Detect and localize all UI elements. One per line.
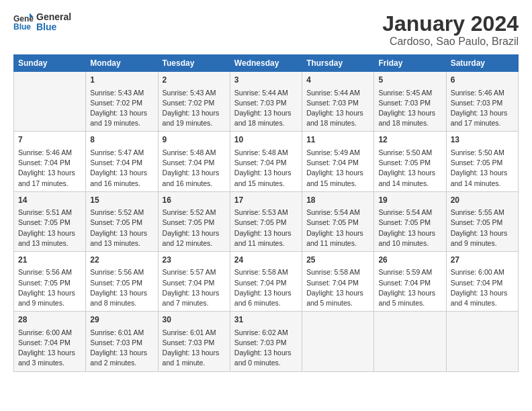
svg-text:Blue: Blue: [13, 22, 31, 32]
daylight-text-2: and 11 minutes.: [306, 238, 369, 248]
sunset-text: Sunset: 7:04 PM: [234, 278, 298, 288]
daylight-text-2: and 8 minutes.: [90, 298, 153, 308]
daylight-text-2: and 9 minutes.: [451, 238, 514, 248]
sunset-text: Sunset: 7:05 PM: [90, 278, 153, 288]
daylight-text-2: and 5 minutes.: [306, 298, 369, 308]
sunset-text: Sunset: 7:04 PM: [451, 278, 514, 288]
day-number: 12: [378, 134, 441, 146]
calendar-cell: 18Sunrise: 5:54 AMSunset: 7:05 PMDayligh…: [302, 191, 374, 251]
sunrise-text: Sunrise: 5:46 AM: [451, 88, 514, 98]
sunset-text: Sunset: 7:03 PM: [163, 338, 226, 348]
day-number: 15: [90, 195, 153, 206]
calendar-cell: [446, 312, 518, 371]
sunrise-text: Sunrise: 6:01 AM: [90, 328, 153, 338]
sunset-text: Sunset: 7:04 PM: [90, 158, 153, 168]
sunset-text: Sunset: 7:03 PM: [234, 98, 298, 108]
sunrise-text: Sunrise: 5:50 AM: [378, 148, 441, 158]
logo-line2: Blue: [36, 22, 71, 32]
sunset-text: Sunset: 7:04 PM: [306, 158, 369, 168]
day-number: 24: [234, 255, 298, 266]
daylight-text-1: Daylight: 13 hours: [18, 348, 81, 358]
logo-icon: General Blue: [13, 12, 34, 32]
calendar-cell: [374, 312, 446, 371]
sunset-text: Sunset: 7:05 PM: [451, 158, 514, 168]
day-number: 14: [18, 195, 81, 206]
logo: General Blue General Blue: [13, 12, 71, 33]
calendar-cell: 11Sunrise: 5:49 AMSunset: 7:04 PMDayligh…: [302, 132, 374, 191]
sunrise-text: Sunrise: 5:58 AM: [306, 267, 369, 277]
sunset-text: Sunset: 7:03 PM: [90, 338, 153, 348]
sunrise-text: Sunrise: 5:43 AM: [163, 88, 226, 98]
daylight-text-2: and 16 minutes.: [90, 179, 153, 189]
calendar-cell: 28Sunrise: 6:00 AMSunset: 7:04 PMDayligh…: [14, 312, 86, 371]
day-number: 5: [378, 75, 441, 86]
daylight-text-1: Daylight: 13 hours: [451, 288, 514, 298]
daylight-text-1: Daylight: 13 hours: [90, 348, 153, 358]
page: General Blue General Blue January 2024 C…: [0, 0, 532, 411]
calendar-cell: [302, 312, 374, 371]
sunset-text: Sunset: 7:03 PM: [234, 338, 298, 348]
daylight-text-2: and 10 minutes.: [378, 238, 441, 248]
title-block: January 2024 Cardoso, Sao Paulo, Brazil: [382, 12, 519, 48]
day-number: 11: [306, 134, 369, 146]
sunrise-text: Sunrise: 5:46 AM: [18, 148, 81, 158]
sunset-text: Sunset: 7:04 PM: [18, 158, 81, 168]
daylight-text-2: and 1 minute.: [163, 358, 226, 368]
sunrise-text: Sunrise: 5:43 AM: [90, 88, 153, 98]
calendar-cell: 1Sunrise: 5:43 AMSunset: 7:02 PMDaylight…: [86, 72, 158, 132]
col-header-tuesday: Tuesday: [158, 55, 230, 72]
calendar-cell: 26Sunrise: 5:59 AMSunset: 7:04 PMDayligh…: [374, 251, 446, 311]
sunset-text: Sunset: 7:05 PM: [306, 218, 369, 228]
sunrise-text: Sunrise: 5:49 AM: [306, 148, 369, 158]
sunset-text: Sunset: 7:04 PM: [18, 338, 81, 348]
sunrise-text: Sunrise: 5:50 AM: [451, 148, 514, 158]
sunset-text: Sunset: 7:02 PM: [90, 98, 153, 108]
daylight-text-2: and 7 minutes.: [163, 298, 226, 308]
daylight-text-1: Daylight: 13 hours: [163, 168, 226, 178]
daylight-text-1: Daylight: 13 hours: [234, 288, 298, 298]
calendar-cell: 7Sunrise: 5:46 AMSunset: 7:04 PMDaylight…: [14, 132, 86, 191]
day-number: 18: [306, 195, 369, 206]
day-number: 31: [234, 314, 298, 326]
sunset-text: Sunset: 7:04 PM: [163, 158, 226, 168]
daylight-text-2: and 15 minutes.: [234, 179, 298, 189]
daylight-text-2: and 12 minutes.: [163, 238, 226, 248]
daylight-text-1: Daylight: 13 hours: [451, 228, 514, 238]
sunset-text: Sunset: 7:04 PM: [306, 278, 369, 288]
daylight-text-1: Daylight: 13 hours: [90, 168, 153, 178]
day-number: 6: [451, 75, 514, 86]
week-row-5: 28Sunrise: 6:00 AMSunset: 7:04 PMDayligh…: [14, 312, 519, 371]
sunrise-text: Sunrise: 5:58 AM: [234, 267, 298, 277]
sunrise-text: Sunrise: 5:59 AM: [378, 267, 441, 277]
day-number: 9: [163, 134, 226, 146]
daylight-text-1: Daylight: 13 hours: [90, 228, 153, 238]
daylight-text-1: Daylight: 13 hours: [306, 168, 369, 178]
col-header-sunday: Sunday: [14, 55, 86, 72]
calendar-cell: 20Sunrise: 5:55 AMSunset: 7:05 PMDayligh…: [446, 191, 518, 251]
sunset-text: Sunset: 7:03 PM: [306, 98, 369, 108]
sunrise-text: Sunrise: 5:47 AM: [90, 148, 153, 158]
calendar-cell: 8Sunrise: 5:47 AMSunset: 7:04 PMDaylight…: [86, 132, 158, 191]
calendar-cell: 5Sunrise: 5:45 AMSunset: 7:03 PMDaylight…: [374, 72, 446, 132]
daylight-text-2: and 18 minutes.: [234, 118, 298, 128]
sunrise-text: Sunrise: 5:51 AM: [18, 208, 81, 218]
sunrise-text: Sunrise: 5:55 AM: [451, 208, 514, 218]
daylight-text-2: and 13 minutes.: [18, 238, 81, 248]
calendar-cell: 22Sunrise: 5:56 AMSunset: 7:05 PMDayligh…: [86, 251, 158, 311]
daylight-text-1: Daylight: 13 hours: [378, 288, 441, 298]
sunrise-text: Sunrise: 5:56 AM: [90, 267, 153, 277]
day-number: 19: [378, 195, 441, 206]
sunset-text: Sunset: 7:03 PM: [451, 98, 514, 108]
daylight-text-2: and 5 minutes.: [378, 298, 441, 308]
daylight-text-1: Daylight: 13 hours: [163, 288, 226, 298]
week-row-2: 7Sunrise: 5:46 AMSunset: 7:04 PMDaylight…: [14, 132, 519, 191]
daylight-text-1: Daylight: 13 hours: [378, 228, 441, 238]
daylight-text-2: and 9 minutes.: [18, 298, 81, 308]
col-header-saturday: Saturday: [446, 55, 518, 72]
sunrise-text: Sunrise: 6:01 AM: [163, 328, 226, 338]
sunrise-text: Sunrise: 5:56 AM: [18, 267, 81, 277]
day-number: 8: [90, 134, 153, 146]
calendar-cell: 3Sunrise: 5:44 AMSunset: 7:03 PMDaylight…: [230, 72, 302, 132]
day-number: 28: [18, 314, 81, 326]
daylight-text-2: and 16 minutes.: [163, 179, 226, 189]
